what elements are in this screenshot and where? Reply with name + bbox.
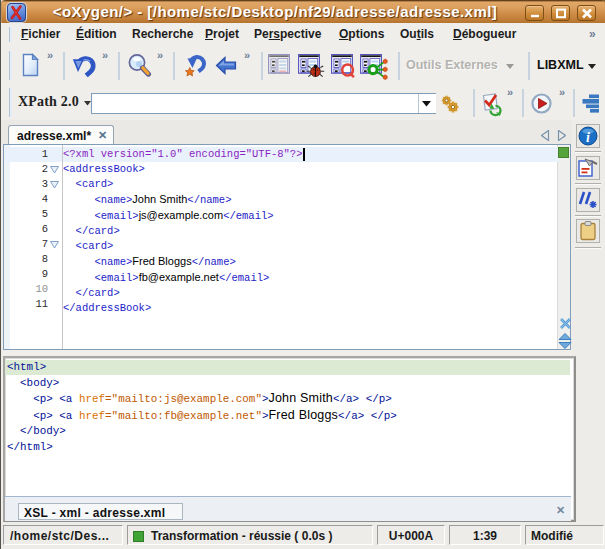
svg-text:i: i bbox=[586, 130, 590, 145]
